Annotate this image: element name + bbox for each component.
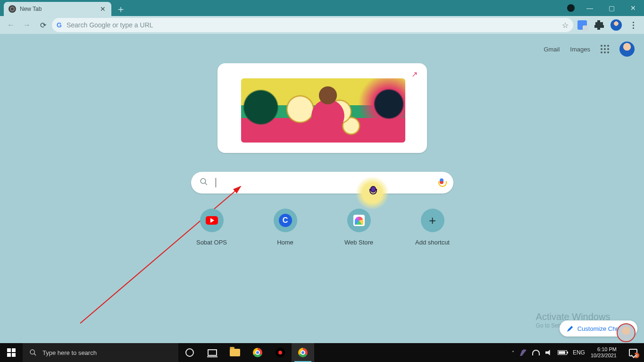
- pencil-icon: [567, 325, 574, 332]
- plus-icon: +: [429, 213, 436, 228]
- account-avatar-icon[interactable]: [619, 42, 635, 57]
- taskbar-search[interactable]: [23, 343, 178, 362]
- action-center-icon[interactable]: 3: [629, 349, 637, 356]
- google-apps-icon[interactable]: [601, 45, 609, 53]
- svg-line-1: [205, 183, 207, 185]
- taskbar-search-icon: [29, 349, 37, 356]
- svg-point-3: [30, 350, 34, 354]
- tab-favicon-icon: [8, 5, 16, 13]
- language-indicator[interactable]: ENG: [573, 349, 585, 356]
- taskbar-pinned: [178, 343, 314, 362]
- google-doodle-card[interactable]: ↗: [217, 63, 427, 153]
- nav-reload-button[interactable]: ⟳: [36, 18, 50, 32]
- home-c-icon: C: [279, 214, 292, 227]
- shortcut-label: Add shortcut: [415, 239, 450, 246]
- titlebar-spacer: [127, 0, 563, 16]
- tab-close-icon[interactable]: ✕: [100, 5, 106, 13]
- translate-extension-icon[interactable]: [575, 18, 589, 32]
- search-caret: [216, 178, 216, 187]
- windows-taskbar: ˄ ENG 6:10 PM 10/23/2021 3: [0, 343, 644, 362]
- system-tray: ˄ ENG 6:10 PM 10/23/2021 3: [512, 346, 644, 358]
- nav-back-button[interactable]: ←: [4, 18, 18, 32]
- extensions-icon[interactable]: [592, 18, 606, 32]
- volume-icon[interactable]: [545, 350, 552, 355]
- shortcut-add[interactable]: + Add shortcut: [410, 209, 455, 246]
- cortana-icon[interactable]: [178, 343, 201, 362]
- svg-line-2: [80, 186, 241, 323]
- window-close-button[interactable]: ✕: [622, 0, 644, 16]
- window-controls: — ▢ ✕: [563, 0, 644, 16]
- shortcut-sobat-ops[interactable]: Sobat OPS: [189, 209, 234, 246]
- shortcut-label: Home: [277, 239, 293, 246]
- browser-tab-active[interactable]: New Tab ✕: [4, 2, 111, 16]
- new-tab-page: Gmail Images ↗ Sobat OPS C Home: [0, 34, 644, 343]
- window-maximize-button[interactable]: ▢: [601, 0, 622, 16]
- chrome-menu-button[interactable]: [626, 18, 640, 32]
- voice-search-icon[interactable]: [438, 178, 445, 187]
- chrome-running-icon[interactable]: [292, 343, 314, 362]
- ntp-top-links: Gmail Images: [544, 42, 635, 57]
- svg-point-0: [201, 178, 206, 184]
- gmail-link[interactable]: Gmail: [544, 46, 560, 53]
- chrome-taskbar-icon[interactable]: [246, 343, 269, 362]
- google-g-icon: G: [57, 21, 62, 29]
- notification-badge: 3: [634, 353, 639, 358]
- bookmark-star-icon[interactable]: ☆: [562, 21, 569, 30]
- shortcut-label: Web Store: [344, 239, 373, 246]
- omnibox-input[interactable]: [67, 21, 557, 29]
- annotation-arrow: [78, 183, 248, 329]
- omnibox[interactable]: G ☆: [52, 18, 573, 32]
- shortcut-label: Sobat OPS: [196, 239, 227, 246]
- window-update-icon[interactable]: [563, 0, 579, 16]
- web-store-icon: [353, 215, 365, 226]
- shortcut-web-store[interactable]: Web Store: [336, 209, 382, 246]
- taskbar-clock[interactable]: 6:10 PM 10/23/2021: [591, 346, 619, 358]
- images-link[interactable]: Images: [570, 46, 590, 53]
- search-icon: [200, 177, 208, 188]
- shortcut-home[interactable]: C Home: [263, 209, 308, 246]
- wifi-icon[interactable]: [532, 350, 540, 355]
- file-explorer-icon[interactable]: [224, 343, 246, 362]
- nav-forward-button[interactable]: →: [20, 18, 34, 32]
- browser-titlebar: New Tab ✕ ＋ — ▢ ✕: [0, 0, 644, 16]
- youtube-icon: [206, 216, 218, 225]
- ntp-search-box[interactable]: [191, 172, 453, 194]
- tray-overflow-icon[interactable]: ˄: [512, 350, 514, 355]
- taskbar-search-input[interactable]: [42, 349, 172, 356]
- toolbar-right: [575, 18, 640, 32]
- start-button[interactable]: [0, 343, 23, 362]
- tab-title: New Tab: [20, 6, 96, 12]
- profile-avatar-icon[interactable]: [609, 18, 623, 32]
- battery-icon[interactable]: [558, 350, 567, 355]
- screen-recorder-icon[interactable]: [269, 343, 292, 362]
- clock-date: 10/23/2021: [591, 353, 617, 359]
- tray-app-icon[interactable]: [520, 349, 527, 356]
- svg-line-4: [34, 354, 36, 355]
- clock-time: 6:10 PM: [591, 346, 617, 353]
- new-tab-button[interactable]: ＋: [114, 2, 127, 16]
- window-minimize-button[interactable]: —: [579, 0, 601, 16]
- ntp-shortcuts: Sobat OPS C Home Web Store + Add shortcu…: [189, 209, 455, 246]
- browser-toolbar: ← → ⟳ G ☆: [0, 16, 644, 34]
- doodle-share-icon[interactable]: ↗: [411, 70, 418, 79]
- task-view-icon[interactable]: [201, 343, 224, 362]
- google-doodle-art: [241, 78, 405, 143]
- screen-recorder-avatar-overlay: [617, 323, 636, 342]
